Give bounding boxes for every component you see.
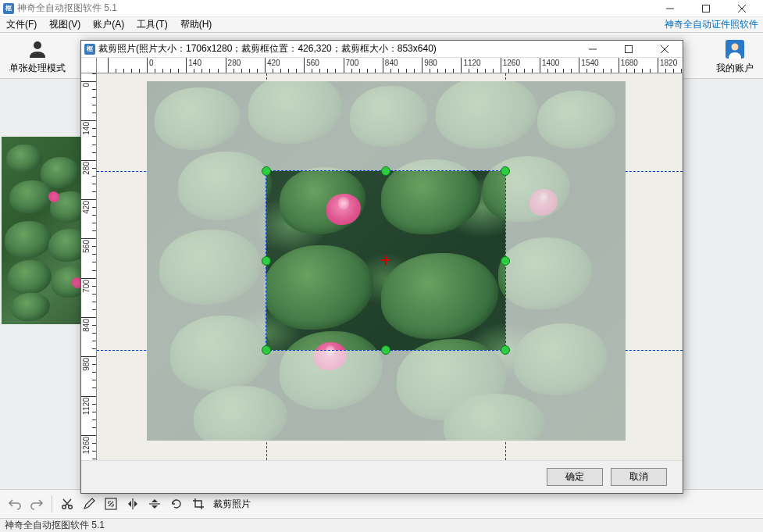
crop-close-button[interactable] — [647, 41, 683, 58]
crop-dialog: 框 裁剪照片(照片大小：1706x1280；裁剪框位置：426,320；裁剪框大… — [80, 40, 683, 494]
photo — [147, 81, 626, 441]
main-titlebar: 框 神奇全自动抠图软件 5.1 — [0, 0, 763, 17]
svg-point-3 — [732, 43, 739, 50]
crop-selection[interactable] — [266, 171, 505, 350]
crop-dialog-buttons: 确定 取消 — [81, 460, 683, 493]
svg-rect-0 — [703, 5, 710, 12]
person-icon — [27, 38, 48, 60]
crop-handle-nw[interactable] — [262, 166, 271, 176]
crop-dialog-title: 裁剪照片(照片大小：1706x1280；裁剪框位置：426,320；裁剪框大小：… — [98, 42, 437, 55]
id-photo-link[interactable]: 神奇全自动证件照软件 — [660, 17, 763, 32]
tool-rotate[interactable] — [166, 494, 187, 514]
svg-rect-7 — [626, 45, 633, 52]
ruler-corner — [81, 58, 97, 73]
crop-handle-w[interactable] — [262, 256, 271, 266]
close-button[interactable] — [724, 0, 760, 17]
crop-dialog-icon: 框 — [84, 44, 95, 55]
tool-flip-v[interactable] — [144, 494, 165, 514]
crop-handle-e[interactable] — [501, 256, 510, 266]
toolbar-divider — [52, 495, 52, 512]
tool-draw[interactable] — [79, 494, 99, 514]
cancel-button[interactable]: 取消 — [611, 468, 667, 486]
crop-handle-ne[interactable] — [501, 166, 510, 176]
crop-handle-se[interactable] — [501, 345, 510, 355]
menu-view[interactable]: 视图(V) — [43, 17, 87, 32]
crop-maximize-button[interactable] — [611, 41, 647, 58]
crop-handle-s[interactable] — [381, 345, 390, 355]
single-mode-button[interactable]: 单张处理模式 — [3, 34, 72, 77]
redo-button[interactable] — [27, 494, 47, 514]
menu-file[interactable]: 文件(F) — [0, 17, 43, 32]
app-title: 神奇全自动抠图软件 5.1 — [17, 2, 117, 15]
undo-button[interactable] — [5, 494, 25, 514]
crop-minimize-button[interactable] — [575, 41, 611, 58]
ruler-vertical: 014028042056070084098011201260 — [81, 73, 97, 460]
tool-cut[interactable] — [57, 494, 77, 514]
menu-account[interactable]: 账户(A) — [87, 17, 130, 32]
crop-canvas[interactable] — [97, 73, 683, 460]
ruler-horizontal: 0140280420560700840980112012601400154016… — [97, 58, 683, 73]
tool-flip-h[interactable] — [123, 494, 143, 514]
crop-photo-label: 裁剪照片 — [213, 498, 251, 511]
crop-handle-n[interactable] — [381, 166, 390, 176]
tool-crop[interactable] — [188, 494, 209, 514]
minimize-button[interactable] — [652, 0, 688, 17]
maximize-button[interactable] — [688, 0, 724, 17]
menu-tools[interactable]: 工具(T) — [130, 17, 173, 32]
statusbar: 神奇全自动抠图软件 5.1 — [0, 518, 763, 532]
app-icon: 框 — [3, 3, 14, 14]
single-mode-label: 单张处理模式 — [9, 62, 66, 75]
menubar: 文件(F) 视图(V) 账户(A) 工具(T) 帮助(H) 神奇全自动证件照软件 — [0, 17, 763, 33]
svg-point-1 — [34, 41, 41, 49]
ok-button[interactable]: 确定 — [547, 468, 603, 486]
crop-dialog-titlebar[interactable]: 框 裁剪照片(照片大小：1706x1280；裁剪框位置：426,320；裁剪框大… — [81, 41, 683, 58]
my-account-button[interactable]: 我的账户 — [710, 34, 760, 77]
crop-handle-sw[interactable] — [262, 345, 271, 355]
tool-size[interactable] — [101, 494, 121, 514]
statusbar-text: 神奇全自动抠图软件 5.1 — [5, 519, 105, 532]
menu-help[interactable]: 帮助(H) — [174, 17, 219, 32]
avatar-icon — [724, 38, 746, 60]
my-account-label: 我的账户 — [716, 62, 754, 75]
